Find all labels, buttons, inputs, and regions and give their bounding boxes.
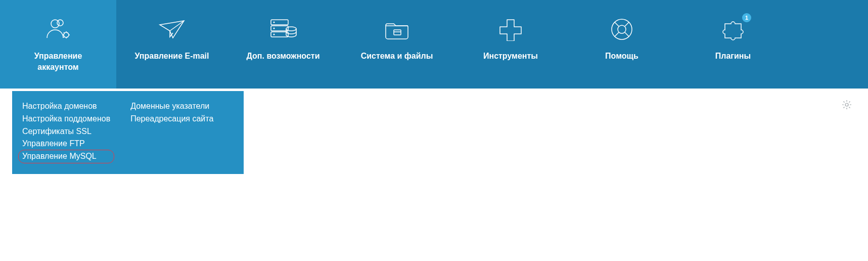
nav-help[interactable]: Помощь [566, 0, 677, 89]
settings-button[interactable] [840, 99, 854, 113]
svg-point-9 [286, 27, 296, 31]
nav-help-label: Помощь [605, 51, 638, 62]
nav-plugins[interactable]: 1 Плагины [677, 0, 789, 89]
svg-point-8 [273, 34, 275, 35]
submenu-col-1: Настройка доменов Настройка поддоменов С… [22, 100, 110, 163]
folder-icon [383, 15, 411, 44]
nav-system-label: Система и файлы [361, 51, 433, 62]
users-gear-icon [44, 15, 72, 44]
submenu-col-2: Доменные указатели Переадресация сайта [130, 100, 213, 163]
nav-account[interactable]: Управление аккаунтом [0, 0, 116, 89]
svg-point-7 [273, 28, 275, 29]
nav-email-label: Управление E-mail [134, 51, 209, 62]
nav-extras-label: Доп. возможности [247, 51, 320, 62]
submenu-domains[interactable]: Настройка доменов [22, 100, 110, 113]
server-db-icon [268, 15, 298, 44]
submenu-mysql[interactable]: Управление MySQL [22, 150, 110, 163]
svg-point-1 [57, 20, 63, 26]
puzzle-icon: 1 [720, 15, 746, 44]
svg-point-13 [845, 103, 848, 106]
svg-point-6 [273, 22, 275, 23]
gear-icon [842, 100, 852, 112]
plugins-badge: 1 [742, 13, 751, 22]
submenu-redirect[interactable]: Переадресация сайта [130, 113, 213, 125]
submenu-subdomains[interactable]: Настройка поддоменов [22, 113, 110, 125]
nav-tools-label: Инструменты [483, 51, 538, 62]
paper-plane-icon [158, 15, 186, 44]
top-navigation: Управление аккаунтом Управление E-mail [0, 0, 868, 89]
nav-email[interactable]: Управление E-mail [116, 0, 227, 89]
nav-account-label: Управление аккаунтом [34, 51, 82, 73]
nav-tools[interactable]: Инструменты [455, 0, 566, 89]
toolbar [840, 99, 854, 113]
lifebuoy-icon [609, 15, 634, 44]
plus-icon [498, 15, 523, 44]
nav-extras[interactable]: Доп. возможности [227, 0, 339, 89]
submenu-pointers[interactable]: Доменные указатели [130, 100, 213, 113]
nav-plugins-label: Плагины [715, 51, 751, 62]
submenu-ssl[interactable]: Сертификаты SSL [22, 125, 110, 138]
nav-system[interactable]: Система и файлы [339, 0, 455, 89]
submenu-account: Настройка доменов Настройка поддоменов С… [12, 91, 244, 174]
submenu-ftp[interactable]: Управление FTP [22, 138, 110, 150]
svg-point-12 [618, 25, 626, 33]
svg-rect-10 [394, 30, 401, 35]
